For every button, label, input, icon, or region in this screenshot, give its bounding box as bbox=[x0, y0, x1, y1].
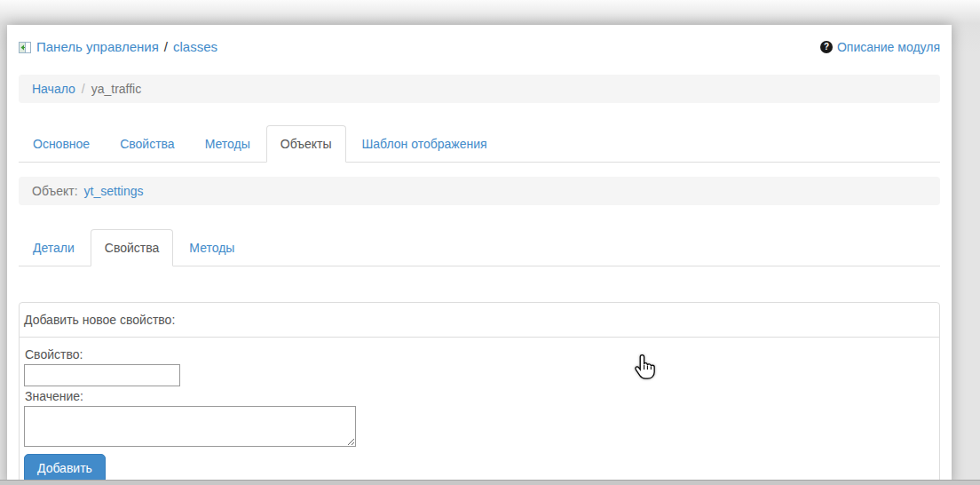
breadcrumb-current: ya_traffic bbox=[91, 82, 142, 96]
tab-main-display-template[interactable]: Шаблон отображения bbox=[348, 125, 502, 163]
module-link[interactable]: classes bbox=[173, 39, 217, 54]
object-link[interactable]: yt_settings bbox=[84, 184, 144, 198]
panel-title: Добавить новое свойство: bbox=[20, 303, 939, 338]
page-header: Панель управления / classes ? Описание м… bbox=[19, 39, 940, 54]
control-panel-icon bbox=[19, 41, 31, 52]
tab-main-methods[interactable]: Методы bbox=[191, 125, 265, 163]
main-tabs: Основное Свойства Методы Объекты Шаблон … bbox=[19, 125, 940, 163]
breadcrumb: Начало / ya_traffic bbox=[19, 75, 940, 103]
breadcrumb-home-link[interactable]: Начало bbox=[32, 82, 75, 96]
breadcrumb-separator: / bbox=[82, 82, 85, 96]
tab-main-objects[interactable]: Объекты bbox=[266, 125, 346, 163]
tab-sub-methods[interactable]: Методы bbox=[175, 229, 249, 266]
add-property-panel: Добавить новое свойство: Свойство: Значе… bbox=[19, 302, 940, 485]
module-description-link[interactable]: ? Описание модуля bbox=[820, 40, 940, 54]
object-bar: Объект: yt_settings bbox=[19, 177, 940, 205]
content-page: Панель управления / classes ? Описание м… bbox=[7, 25, 952, 485]
tab-main-general[interactable]: Основное bbox=[19, 125, 104, 163]
sub-tabs: Детали Свойства Методы bbox=[19, 229, 940, 266]
value-label: Значение: bbox=[25, 388, 935, 404]
value-textarea[interactable] bbox=[24, 406, 356, 447]
tab-main-properties[interactable]: Свойства bbox=[106, 125, 188, 163]
object-label: Объект: bbox=[32, 184, 78, 198]
tab-sub-properties[interactable]: Свойства bbox=[91, 229, 173, 266]
header-separator: / bbox=[164, 39, 168, 54]
module-description-label: Описание модуля bbox=[837, 40, 940, 54]
footer-strip bbox=[0, 480, 980, 485]
control-panel-link[interactable]: Панель управления bbox=[36, 39, 159, 54]
property-label: Свойство: bbox=[25, 346, 935, 362]
property-input[interactable] bbox=[24, 364, 180, 386]
question-icon: ? bbox=[820, 41, 833, 53]
tab-sub-details[interactable]: Детали bbox=[19, 229, 89, 266]
